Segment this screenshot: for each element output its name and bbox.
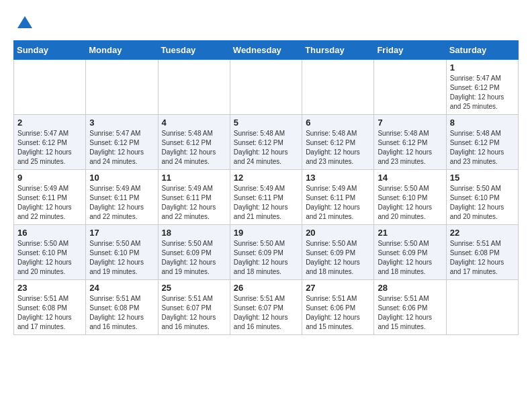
day-number: 10 [89, 173, 154, 183]
calendar-cell: 9Sunrise: 5:49 AM Sunset: 6:11 PM Daylig… [14, 170, 86, 225]
calendar-cell: 14Sunrise: 5:50 AM Sunset: 6:10 PM Dayli… [374, 170, 446, 225]
day-info: Sunrise: 5:51 AM Sunset: 6:07 PM Dayligh… [162, 294, 226, 332]
day-number: 12 [234, 173, 298, 183]
day-number: 25 [162, 283, 226, 293]
day-number: 14 [378, 173, 442, 183]
weekday-header-tuesday: Tuesday [158, 41, 230, 60]
day-number: 21 [378, 228, 442, 238]
day-number: 8 [450, 118, 515, 128]
day-number: 20 [306, 228, 370, 238]
calendar-cell: 18Sunrise: 5:50 AM Sunset: 6:09 PM Dayli… [158, 225, 230, 280]
day-info: Sunrise: 5:51 AM Sunset: 6:06 PM Dayligh… [378, 294, 442, 332]
calendar-cell: 3Sunrise: 5:47 AM Sunset: 6:12 PM Daylig… [86, 115, 158, 170]
calendar-cell: 24Sunrise: 5:51 AM Sunset: 6:08 PM Dayli… [86, 280, 158, 335]
calendar-cell [374, 60, 446, 115]
day-info: Sunrise: 5:50 AM Sunset: 6:10 PM Dayligh… [89, 239, 154, 277]
calendar-cell: 7Sunrise: 5:48 AM Sunset: 6:12 PM Daylig… [374, 115, 446, 170]
calendar-cell: 17Sunrise: 5:50 AM Sunset: 6:10 PM Dayli… [86, 225, 158, 280]
calendar-cell: 27Sunrise: 5:51 AM Sunset: 6:06 PM Dayli… [302, 280, 374, 335]
day-info: Sunrise: 5:51 AM Sunset: 6:08 PM Dayligh… [89, 294, 154, 332]
weekday-header-monday: Monday [86, 41, 158, 60]
calendar-cell [446, 280, 518, 335]
day-number: 13 [306, 173, 370, 183]
calendar-cell [230, 60, 302, 115]
calendar-cell: 15Sunrise: 5:50 AM Sunset: 6:10 PM Dayli… [446, 170, 518, 225]
day-number: 1 [450, 62, 515, 73]
day-info: Sunrise: 5:47 AM Sunset: 6:12 PM Dayligh… [450, 74, 515, 111]
calendar-cell [86, 60, 158, 115]
calendar-cell: 12Sunrise: 5:49 AM Sunset: 6:11 PM Dayli… [230, 170, 302, 225]
day-info: Sunrise: 5:48 AM Sunset: 6:12 PM Dayligh… [234, 129, 298, 167]
day-info: Sunrise: 5:49 AM Sunset: 6:11 PM Dayligh… [17, 184, 82, 222]
weekday-header-thursday: Thursday [302, 41, 374, 60]
day-info: Sunrise: 5:47 AM Sunset: 6:12 PM Dayligh… [89, 129, 154, 167]
day-number: 22 [450, 228, 515, 238]
day-info: Sunrise: 5:49 AM Sunset: 6:11 PM Dayligh… [234, 184, 298, 222]
calendar-cell: 6Sunrise: 5:48 AM Sunset: 6:12 PM Daylig… [302, 115, 374, 170]
day-info: Sunrise: 5:49 AM Sunset: 6:11 PM Dayligh… [89, 184, 154, 222]
day-info: Sunrise: 5:48 AM Sunset: 6:12 PM Dayligh… [162, 129, 226, 167]
calendar-cell: 25Sunrise: 5:51 AM Sunset: 6:07 PM Dayli… [158, 280, 230, 335]
day-number: 2 [17, 118, 82, 128]
calendar-table: SundayMondayTuesdayWednesdayThursdayFrid… [13, 40, 519, 335]
day-info: Sunrise: 5:50 AM Sunset: 6:10 PM Dayligh… [378, 184, 442, 222]
calendar-cell: 13Sunrise: 5:49 AM Sunset: 6:11 PM Dayli… [302, 170, 374, 225]
calendar-cell: 26Sunrise: 5:51 AM Sunset: 6:07 PM Dayli… [230, 280, 302, 335]
day-info: Sunrise: 5:50 AM Sunset: 6:10 PM Dayligh… [450, 184, 515, 222]
day-number: 26 [234, 283, 298, 293]
day-info: Sunrise: 5:50 AM Sunset: 6:09 PM Dayligh… [378, 239, 442, 277]
day-info: Sunrise: 5:51 AM Sunset: 6:08 PM Dayligh… [17, 294, 82, 332]
calendar-cell: 20Sunrise: 5:50 AM Sunset: 6:09 PM Dayli… [302, 225, 374, 280]
logo-icon [15, 13, 35, 34]
day-number: 17 [89, 228, 154, 238]
day-info: Sunrise: 5:51 AM Sunset: 6:07 PM Dayligh… [234, 294, 298, 332]
calendar-cell: 11Sunrise: 5:49 AM Sunset: 6:11 PM Dayli… [158, 170, 230, 225]
day-number: 7 [378, 118, 442, 128]
day-info: Sunrise: 5:50 AM Sunset: 6:09 PM Dayligh… [306, 239, 370, 277]
calendar-cell: 2Sunrise: 5:47 AM Sunset: 6:12 PM Daylig… [14, 115, 86, 170]
day-number: 11 [162, 173, 226, 183]
logo [13, 13, 35, 34]
day-info: Sunrise: 5:48 AM Sunset: 6:12 PM Dayligh… [450, 129, 515, 167]
day-number: 9 [17, 173, 82, 183]
day-number: 27 [306, 283, 370, 293]
day-info: Sunrise: 5:51 AM Sunset: 6:06 PM Dayligh… [306, 294, 370, 332]
calendar-cell: 23Sunrise: 5:51 AM Sunset: 6:08 PM Dayli… [14, 280, 86, 335]
calendar-cell: 1Sunrise: 5:47 AM Sunset: 6:12 PM Daylig… [446, 60, 518, 115]
calendar-cell: 8Sunrise: 5:48 AM Sunset: 6:12 PM Daylig… [446, 115, 518, 170]
calendar-cell: 21Sunrise: 5:50 AM Sunset: 6:09 PM Dayli… [374, 225, 446, 280]
day-info: Sunrise: 5:51 AM Sunset: 6:08 PM Dayligh… [450, 239, 515, 277]
calendar-cell: 10Sunrise: 5:49 AM Sunset: 6:11 PM Dayli… [86, 170, 158, 225]
calendar-cell: 5Sunrise: 5:48 AM Sunset: 6:12 PM Daylig… [230, 115, 302, 170]
day-number: 16 [17, 228, 82, 238]
calendar-cell [14, 60, 86, 115]
logo-text [13, 13, 35, 34]
weekday-header-saturday: Saturday [446, 41, 518, 60]
calendar-cell [158, 60, 230, 115]
day-number: 19 [234, 228, 298, 238]
day-number: 23 [17, 283, 82, 293]
day-number: 5 [234, 118, 298, 128]
weekday-header-sunday: Sunday [14, 41, 86, 60]
day-info: Sunrise: 5:50 AM Sunset: 6:10 PM Dayligh… [17, 239, 82, 277]
day-number: 28 [378, 283, 442, 293]
day-info: Sunrise: 5:47 AM Sunset: 6:12 PM Dayligh… [17, 129, 82, 167]
day-info: Sunrise: 5:50 AM Sunset: 6:09 PM Dayligh… [162, 239, 226, 277]
day-info: Sunrise: 5:48 AM Sunset: 6:12 PM Dayligh… [378, 129, 442, 167]
calendar-cell: 16Sunrise: 5:50 AM Sunset: 6:10 PM Dayli… [14, 225, 86, 280]
weekday-header-wednesday: Wednesday [230, 41, 302, 60]
day-info: Sunrise: 5:49 AM Sunset: 6:11 PM Dayligh… [306, 184, 370, 222]
day-number: 6 [306, 118, 370, 128]
day-number: 3 [89, 118, 154, 128]
day-number: 24 [89, 283, 154, 293]
day-number: 4 [162, 118, 226, 128]
calendar-cell: 19Sunrise: 5:50 AM Sunset: 6:09 PM Dayli… [230, 225, 302, 280]
calendar-cell: 28Sunrise: 5:51 AM Sunset: 6:06 PM Dayli… [374, 280, 446, 335]
page-header [13, 13, 519, 34]
day-info: Sunrise: 5:50 AM Sunset: 6:09 PM Dayligh… [234, 239, 298, 277]
day-number: 18 [162, 228, 226, 238]
day-number: 15 [450, 173, 515, 183]
day-info: Sunrise: 5:49 AM Sunset: 6:11 PM Dayligh… [162, 184, 226, 222]
weekday-header-friday: Friday [374, 41, 446, 60]
calendar-cell: 22Sunrise: 5:51 AM Sunset: 6:08 PM Dayli… [446, 225, 518, 280]
